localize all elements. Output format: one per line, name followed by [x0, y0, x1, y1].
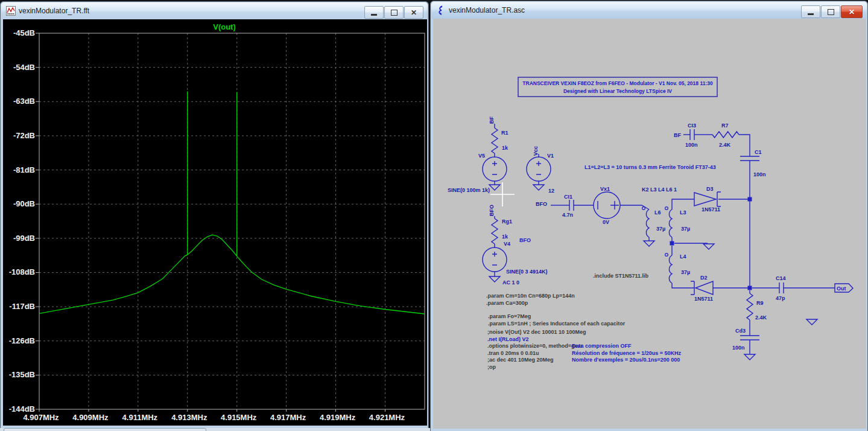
- voltage-source-v5: [483, 157, 507, 181]
- param-ls: .param LS=1nH ; Series Inductance of eac…: [488, 321, 626, 327]
- bfo-net-label: BFO: [519, 237, 531, 243]
- fft-window-title: vexinModulator_TR.fft: [19, 7, 89, 15]
- trace-title[interactable]: V(out): [213, 22, 236, 31]
- vx1-polarity: [598, 201, 619, 209]
- phase-dot: [665, 254, 668, 257]
- param-fo: .param Fo=7Meg: [488, 313, 531, 319]
- k2-directive: K2 L3 L4 L6 1: [642, 187, 677, 193]
- floating-ground-symbol: [806, 319, 817, 325]
- capacitor-c1: [740, 156, 759, 161]
- wire: [672, 199, 694, 209]
- voltage-source-v5-polarity: [492, 161, 497, 174]
- y-axis-label: -144dB: [9, 404, 35, 413]
- ground-symbol: [489, 276, 500, 282]
- fft-plot-canvas[interactable]: -45dB-54dB-63dB-72dB-81dB-90dB-99dB-108d…: [3, 19, 427, 426]
- y-axis-label: -117dB: [9, 302, 35, 311]
- r9-name: R9: [756, 300, 764, 306]
- y-axis-label: -99dB: [13, 234, 35, 243]
- r1-value: 1k: [502, 145, 508, 151]
- l6-value: 37µ: [656, 226, 665, 232]
- ferrite-note: L1=L2=L3 = 10 turns 0.3 mm Ferrite Toroi…: [584, 164, 716, 170]
- ci3-name: CI3: [688, 123, 696, 129]
- schematic-window-title: vexinModulator_TR.asc: [449, 6, 525, 14]
- x-axis-label: 4.911MHz: [122, 413, 158, 422]
- restore-icon: [391, 10, 398, 16]
- plot-frame: [39, 33, 425, 409]
- ci1-value: 4.7n: [562, 212, 573, 218]
- x-axis-label: 4.921MHz: [369, 413, 405, 422]
- vx1-name: Vx1: [600, 186, 610, 192]
- mdi-status-strip: [0, 428, 430, 431]
- y-axis-label: -81dB: [13, 165, 35, 174]
- v4-sine: SINE(0 3 4914K): [506, 269, 548, 275]
- c14-name: C14: [776, 275, 786, 281]
- l4-name: L4: [680, 254, 686, 260]
- phase-dot: [665, 207, 668, 210]
- y-axis-label: -135dB: [9, 370, 35, 379]
- restore-icon: [828, 9, 834, 15]
- c14-value: 47p: [776, 295, 785, 301]
- tran-directive: .tran 0 20ms 0 0.01u: [487, 350, 539, 356]
- rg1-name: Rg1: [502, 219, 512, 225]
- x-axis-label: 4.919MHz: [320, 413, 356, 422]
- voltage-source-v1: [527, 157, 551, 181]
- schematic-restore-button[interactable]: [821, 5, 840, 18]
- phase-dot: [642, 207, 645, 210]
- options-directive: .options plotwinsize=0, method=gear: [487, 343, 583, 349]
- ground-symbol: [533, 185, 544, 190]
- y-axis-label: -126dB: [9, 336, 35, 345]
- diode-d2: [695, 281, 713, 295]
- capacitor-ci1: [569, 200, 574, 211]
- ground-symbol: [703, 244, 714, 249]
- d2-value: 1N5711: [694, 296, 713, 302]
- note-compression: Data compression OFF: [572, 343, 632, 349]
- desktop: { "fft_window": { "title": "vexinModulat…: [0, 0, 868, 431]
- fft-restore-button[interactable]: [384, 6, 404, 19]
- fft-plot-window: vexinModulator_TR.fft ✕ -45dB-54dB-63dB-…: [0, 1, 429, 429]
- x-axis-label: 4.917MHz: [270, 413, 306, 422]
- junction-node: [670, 241, 674, 246]
- v1-value: 12: [548, 188, 554, 194]
- c1-name: C1: [755, 149, 762, 155]
- v4-ac: AC 1 0: [502, 279, 519, 286]
- y-axis-label: -90dB: [13, 199, 35, 208]
- crosshair-cursor[interactable]: [490, 182, 515, 206]
- include-directive: .include ST1N5711.lib: [593, 273, 649, 279]
- r9-value: 2.4K: [755, 314, 767, 321]
- x-axis-label: 4.909MHz: [72, 413, 109, 422]
- r7-value: 2.4K: [719, 142, 731, 148]
- y-axis-label: -45dB: [13, 28, 35, 37]
- resistor-rg1: [492, 219, 498, 244]
- x-axis-label: 4.913MHz: [171, 413, 207, 422]
- schematic-minimize-button[interactable]: [801, 5, 820, 18]
- ci1-name: CI1: [564, 194, 572, 200]
- bf-net-label: BF: [674, 132, 681, 138]
- bfo-source-flag: BFO: [489, 205, 495, 216]
- vcc-flag: Vcc: [533, 146, 539, 156]
- resistor-r1: [492, 128, 498, 153]
- wire: [672, 283, 694, 288]
- ltspice-schematic-icon: [436, 5, 446, 15]
- schematic-canvas[interactable]: TRANSCEIVER VEXIN F8EOZ from F6FEO - Mod…: [433, 19, 866, 429]
- minimize-icon: [808, 13, 814, 15]
- d3-value: 1N5711: [702, 206, 720, 212]
- voltage-source-v1-polarity: [536, 161, 541, 174]
- fft-minimize-button[interactable]: [364, 6, 384, 19]
- param-cm: .param Cm=10n Cn=680p Lp=144n: [486, 293, 575, 299]
- junction-node: [748, 286, 752, 290]
- fft-close-button[interactable]: ✕: [404, 6, 423, 19]
- waveform-plot-icon: [6, 6, 16, 16]
- schematic-window: vexinModulator_TR.asc ✕ TRANSCEIVER VEXI…: [430, 1, 868, 431]
- status-cell: [4, 428, 206, 431]
- ac-directive: ;ac dec 401 10Meg 20Meg: [487, 357, 554, 363]
- noise-directive: ;noise V(Out) V2 dec 10001 10 100Meg: [487, 329, 586, 335]
- inductor-l3: [669, 209, 672, 237]
- title-box-line2: Designed with Linear Technology LTSpice …: [563, 88, 672, 94]
- v4-name: V4: [504, 241, 510, 247]
- y-axis-label: -72dB: [13, 131, 35, 140]
- capacitor-cd3: [740, 336, 759, 340]
- ci3-value: 100n: [685, 142, 698, 148]
- schematic-close-button[interactable]: ✕: [841, 5, 863, 18]
- l6-name: L6: [654, 209, 661, 216]
- d3-name: D3: [706, 186, 714, 192]
